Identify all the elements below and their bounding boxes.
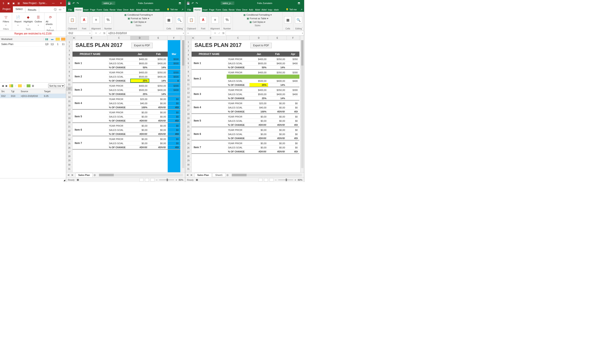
sort-select[interactable]: Sort by row <box>48 84 65 88</box>
record-macro-icon[interactable]: ▦ <box>196 178 198 181</box>
row-header-29[interactable]: 29 <box>66 158 72 163</box>
tab-nav-next[interactable]: ▶ <box>70 174 75 176</box>
menu-home[interactable]: Home <box>193 8 202 12</box>
pct-cell-d[interactable]: 25% <box>250 83 268 87</box>
sheet-tab-Sales Plan[interactable]: Sales Plan <box>195 173 212 177</box>
menu-add-[interactable]: Add- <box>129 8 135 12</box>
horizontal-scrollbar[interactable] <box>232 174 302 176</box>
row-header-31[interactable]: 31 <box>66 167 72 171</box>
cell-styles-button[interactable]: Cell Styles ▾ <box>250 20 265 24</box>
col-header-C[interactable]: C <box>108 36 131 40</box>
cond-format-button[interactable]: Conditional Formatting ▾ <box>124 13 153 17</box>
row-header-10[interactable]: 10 <box>66 78 72 82</box>
menu-add-[interactable]: Add- <box>248 8 254 12</box>
tab-nav-prev[interactable]: ◀ <box>66 174 70 176</box>
row-header-13[interactable]: 13 <box>66 91 72 95</box>
add-sheet-button[interactable]: ⊕ <box>225 173 230 177</box>
menu-ablel[interactable]: Ablel <box>254 8 261 12</box>
row-header-25[interactable]: 25 <box>66 142 72 146</box>
row-header-17[interactable]: 17 <box>185 108 191 112</box>
highlight-button[interactable]: ◆Highlight <box>24 13 33 27</box>
col-icon-4[interactable] <box>60 37 66 41</box>
pct-cell-d[interactable]: 25% <box>131 79 149 82</box>
row-header-3[interactable]: 3 <box>66 49 72 53</box>
menu-inser[interactable]: Inser <box>202 8 208 12</box>
tell-me[interactable]: 💡 Tell me <box>164 7 180 12</box>
editing-icon[interactable]: 🔍 <box>295 16 302 24</box>
page-layout-icon[interactable] <box>145 178 149 182</box>
menu-data[interactable]: Data <box>222 8 228 12</box>
accept-formula-icon[interactable]: ✓ <box>99 32 101 35</box>
diff-filter-1[interactable] <box>9 84 13 87</box>
menu-ablel[interactable]: Ablel <box>261 8 267 12</box>
diff-filter-3[interactable] <box>27 84 30 87</box>
minimize-button[interactable] <box>50 0 57 6</box>
normal-view-icon[interactable] <box>140 178 143 182</box>
pct-cell-d[interactable]: #DIV/0! <box>131 132 149 136</box>
row-header-11[interactable]: 11 <box>185 82 191 87</box>
cells-icon[interactable]: ▦ <box>165 16 172 24</box>
row-header-8[interactable]: 8 <box>66 70 72 74</box>
font-icon[interactable]: A <box>200 16 207 24</box>
pct-cell-d[interactable]: #DIV/0! <box>250 150 268 153</box>
col-header-D[interactable]: D <box>250 36 268 40</box>
tb-icon-1[interactable]: ▣ <box>6 1 11 5</box>
col-header-A[interactable]: A <box>192 36 195 40</box>
col-icon-3[interactable] <box>55 37 60 41</box>
paste-icon[interactable]: 📋 <box>188 16 195 24</box>
row-header-3[interactable]: 3 <box>185 49 191 53</box>
col-icon-1[interactable]: ▮▮ <box>44 37 50 41</box>
grid[interactable]: ABCDEFSALES PLAN 2017Export to PDF PRODU… <box>192 36 300 172</box>
grid[interactable]: ABCDEFSALES PLAN 2017Export to PDF PRODU… <box>73 36 181 172</box>
zoom-level[interactable]: 80% <box>298 179 302 181</box>
zoom-in-icon[interactable]: + <box>176 179 177 181</box>
vertical-scrollbar[interactable] <box>181 36 185 172</box>
row-header-21[interactable]: 21 <box>185 125 191 129</box>
col-header-F[interactable]: F <box>168 36 180 40</box>
sync-resize[interactable]: ◢ <box>0 178 66 182</box>
number-icon[interactable]: % <box>224 16 231 24</box>
tab-results[interactable]: Results <box>25 7 39 13</box>
menu-ablel[interactable]: Ablel <box>142 8 148 12</box>
redo-icon[interactable]: ↷ <box>77 2 79 5</box>
menu-ablel[interactable]: Ablel <box>135 8 142 12</box>
row-header-13[interactable]: 13 <box>185 91 191 95</box>
row-header-15[interactable]: 15 <box>185 99 191 104</box>
zoom-out-icon[interactable]: − <box>275 179 276 181</box>
row-header-9[interactable]: 9 <box>185 74 191 78</box>
sheet-tab-Sales Plan[interactable]: Sales Plan <box>76 173 93 177</box>
page-break-icon[interactable] <box>270 178 273 182</box>
expand-icon[interactable]: ⬒ <box>295 2 303 5</box>
font-icon[interactable]: A <box>80 16 88 24</box>
layout-icon[interactable]: ▭ <box>59 8 61 11</box>
row-header-15[interactable]: 15 <box>66 99 72 104</box>
allsheets-button[interactable]: ⟳All sheets <box>46 13 55 29</box>
fx-icon[interactable]: fx <box>223 32 226 35</box>
pct-cell-d[interactable]: 25% <box>131 92 149 96</box>
record-macro-icon[interactable]: ▦ <box>77 178 79 181</box>
pct-cell-d[interactable]: #DIV/0! <box>250 136 268 140</box>
menu-view[interactable]: View <box>116 8 122 12</box>
export-pdf-button[interactable]: Export to PDF <box>250 43 272 48</box>
row-header-5[interactable]: 5 <box>66 57 72 61</box>
row-header-1[interactable]: 1 <box>185 40 191 44</box>
menu-form[interactable]: Form <box>96 8 103 12</box>
zoom-out-icon[interactable]: − <box>156 179 157 181</box>
col-header-D[interactable]: D <box>131 36 149 40</box>
zoom-slider[interactable] <box>278 180 293 180</box>
zoom-slider[interactable] <box>159 180 174 180</box>
filters-button[interactable]: ▽ Filters <box>1 13 11 27</box>
format-table-button[interactable]: Format as Table ▾ <box>128 17 149 20</box>
align-icon[interactable]: ≡ <box>93 16 100 24</box>
tell-me[interactable]: 💡 Tell me <box>284 7 299 12</box>
row-header-26[interactable]: 26 <box>185 146 191 150</box>
row-header-6[interactable]: 6 <box>185 61 191 65</box>
fx-icon[interactable]: fx <box>103 32 106 35</box>
col-header-A[interactable]: A <box>73 36 76 40</box>
pct-cell-d[interactable]: #DIV/0! <box>131 145 149 149</box>
row-header-22[interactable]: 22 <box>66 129 72 133</box>
editing-icon[interactable]: 🔍 <box>176 16 183 24</box>
expand-icon[interactable]: ⬒ <box>176 2 184 5</box>
doc-name[interactable]: sales_p... <box>221 1 234 5</box>
col-header-F[interactable]: F <box>287 36 299 40</box>
